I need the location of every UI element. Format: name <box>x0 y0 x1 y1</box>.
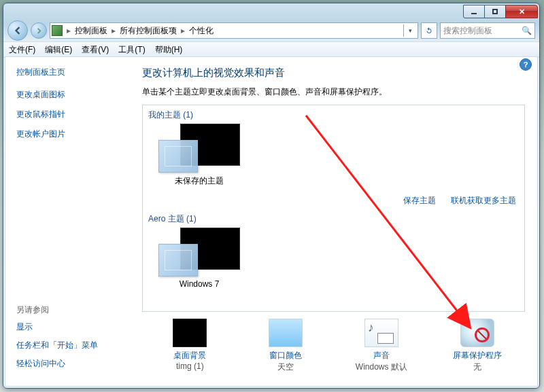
chevron-right-icon: ▸ <box>181 26 185 35</box>
theme-name: Windows 7 <box>155 279 243 289</box>
theme-item-windows7[interactable]: Windows 7 <box>155 228 243 289</box>
theme-name: 未保存的主题 <box>155 175 243 187</box>
sidebar-task-desktop-icons[interactable]: 更改桌面图标 <box>16 89 114 101</box>
see-also-display[interactable]: 显示 <box>16 321 114 333</box>
screensaver-label: 屏幕保护程序 <box>437 350 518 361</box>
window-color-label: 窗口颜色 <box>245 350 326 361</box>
see-also-ease-of-access[interactable]: 轻松访问中心 <box>16 358 114 370</box>
menu-view[interactable]: 查看(V) <box>82 44 109 56</box>
page-title: 更改计算机上的视觉效果和声音 <box>142 67 525 79</box>
menu-help[interactable]: 帮助(H) <box>155 44 183 56</box>
sidebar-task-mouse-pointers[interactable]: 更改鼠标指针 <box>16 109 114 120</box>
menu-bar: 文件(F) 编辑(E) 查看(V) 工具(T) 帮助(H) <box>3 41 539 58</box>
personalization-window: ▸ 控制面板 ▸ 所有控制面板项 ▸ 个性化 ▾ 搜索控制面板 🔍 文件(F) … <box>3 3 540 389</box>
sounds-value: Windows 默认 <box>341 361 422 373</box>
help-icon[interactable]: ? <box>520 58 532 71</box>
themes-list[interactable]: 我的主题 (1) 未保存的主题 保存主题 联机获取更多主题 Aero 主题 (1… <box>142 105 525 312</box>
sidebar-task-account-picture[interactable]: 更改帐户图片 <box>16 128 114 140</box>
my-themes-header: 我的主题 (1) <box>148 109 519 121</box>
main-pane: ? 更改计算机上的视觉效果和声音 单击某个主题立即更改桌面背景、窗口颜色、声音和… <box>124 57 537 386</box>
window-controls <box>464 5 538 18</box>
desktop-background-value: timg (1) <box>149 361 231 371</box>
breadcrumb-control-panel[interactable]: 控制面板 <box>75 25 107 37</box>
refresh-button[interactable] <box>421 22 437 39</box>
page-description: 单击某个主题立即更改桌面背景、窗口颜色、声音和屏幕保护程序。 <box>142 86 525 98</box>
control-panel-icon <box>52 25 63 36</box>
aero-themes-header: Aero 主题 (1) <box>148 213 519 225</box>
address-bar[interactable]: ▸ 控制面板 ▸ 所有控制面板项 ▸ 个性化 ▾ <box>50 22 418 39</box>
chevron-right-icon: ▸ <box>67 26 71 35</box>
breadcrumb-personalization[interactable]: 个性化 <box>189 25 214 37</box>
screensaver-icon <box>460 319 494 347</box>
window-color-button[interactable]: 窗口颜色 天空 <box>245 319 326 373</box>
theme-actions: 保存主题 联机获取更多主题 <box>148 192 519 213</box>
search-input[interactable]: 搜索控制面板 🔍 <box>440 22 535 39</box>
search-icon: 🔍 <box>522 26 532 35</box>
screensaver-button[interactable]: 屏幕保护程序 无 <box>437 319 518 373</box>
theme-preview-icon <box>158 228 240 277</box>
save-theme-link[interactable]: 保存主题 <box>403 195 436 207</box>
content-area: 控制面板主页 更改桌面图标 更改鼠标指针 更改帐户图片 另请参阅 显示 任务栏和… <box>5 56 538 387</box>
close-button[interactable] <box>505 5 538 18</box>
sounds-button[interactable]: 声音 Windows 默认 <box>341 319 422 373</box>
sounds-label: 声音 <box>341 350 422 361</box>
control-panel-home-link[interactable]: 控制面板主页 <box>16 67 114 78</box>
theme-item-unsaved[interactable]: 未保存的主题 <box>155 124 243 187</box>
theme-preview-icon <box>158 124 240 173</box>
search-placeholder: 搜索控制面板 <box>443 25 492 37</box>
desktop-background-icon <box>173 319 207 347</box>
see-also-header: 另请参阅 <box>16 304 114 316</box>
menu-file[interactable]: 文件(F) <box>9 44 35 56</box>
screensaver-value: 无 <box>437 361 518 373</box>
menu-tools[interactable]: 工具(T) <box>118 44 145 56</box>
desktop-background-button[interactable]: 桌面背景 timg (1) <box>149 319 231 373</box>
minimize-button[interactable] <box>463 5 485 18</box>
back-button[interactable] <box>7 20 28 41</box>
breadcrumb-all-items[interactable]: 所有控制面板项 <box>120 25 177 37</box>
forward-button[interactable] <box>31 22 47 39</box>
navigation-bar: ▸ 控制面板 ▸ 所有控制面板项 ▸ 个性化 ▾ 搜索控制面板 🔍 <box>3 20 539 41</box>
window-color-icon <box>269 319 303 347</box>
desktop-background-label: 桌面背景 <box>149 350 231 361</box>
maximize-button[interactable] <box>484 5 506 18</box>
menu-edit[interactable]: 编辑(E) <box>45 44 72 56</box>
theme-components-row: 桌面背景 timg (1) 窗口颜色 天空 声音 Windows 默认 屏幕保护… <box>142 319 525 373</box>
address-dropdown-icon[interactable]: ▾ <box>403 24 416 37</box>
sounds-icon <box>364 319 398 347</box>
chevron-right-icon: ▸ <box>112 26 116 35</box>
get-more-themes-link[interactable]: 联机获取更多主题 <box>451 195 516 207</box>
sidebar: 控制面板主页 更改桌面图标 更改鼠标指针 更改帐户图片 另请参阅 显示 任务栏和… <box>5 57 124 386</box>
title-bar <box>3 3 539 20</box>
window-color-value: 天空 <box>245 361 326 373</box>
see-also-taskbar[interactable]: 任务栏和「开始」菜单 <box>16 340 114 351</box>
